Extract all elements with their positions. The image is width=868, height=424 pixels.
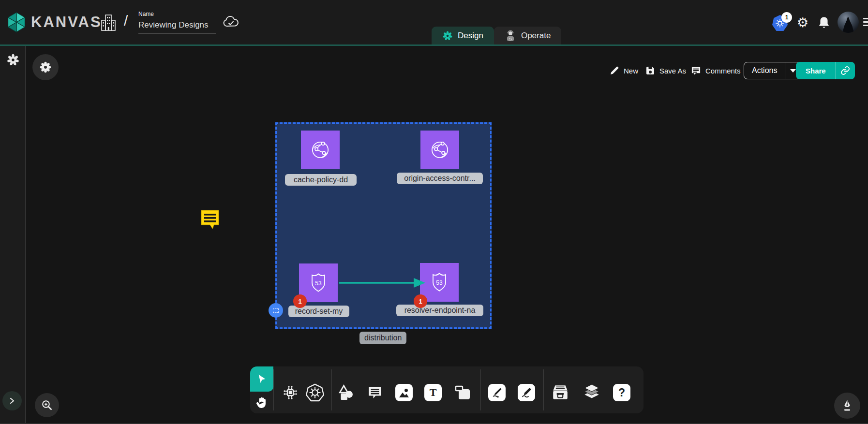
archive-tool-button[interactable]: [551, 382, 570, 403]
frame-tool-button[interactable]: [453, 382, 472, 403]
tab-operate[interactable]: Operate: [494, 27, 561, 44]
mode-tabs: Design Operate: [432, 27, 561, 44]
group-label-distribution[interactable]: distribution: [359, 332, 406, 344]
brand-title: KANVAS: [31, 14, 102, 31]
kubernetes-tool-button[interactable]: [305, 382, 325, 403]
help-tool-button[interactable]: ?: [612, 382, 631, 403]
group-resize-handle[interactable]: [269, 303, 283, 318]
circuit-icon: [282, 384, 299, 401]
share-split-button[interactable]: Share: [796, 62, 855, 79]
new-button-label: New: [624, 67, 638, 75]
breadcrumb-separator: /: [124, 13, 128, 29]
node-resolver-endpoint[interactable]: 53: [420, 263, 459, 302]
pen-path-tool-button[interactable]: [487, 382, 507, 403]
node-label-cache-policy[interactable]: cache-policy-dd: [285, 174, 357, 186]
components-tool-button[interactable]: [281, 382, 300, 403]
left-sidebar: [0, 46, 26, 424]
pen-path-icon: [488, 384, 506, 401]
pen-tool-button[interactable]: [834, 393, 860, 419]
shapes-icon: [337, 384, 355, 401]
design-pinwheel-icon: [442, 30, 453, 41]
new-button[interactable]: New: [610, 62, 638, 79]
hand-icon: [255, 396, 268, 409]
zoom-in-icon: [41, 399, 53, 411]
layers-icon: [583, 384, 601, 401]
operator-person-icon: [505, 30, 516, 42]
text-tool-button[interactable]: T: [423, 382, 443, 403]
comments-button-label: Comments: [705, 67, 741, 75]
kanvas-logo-icon[interactable]: [6, 12, 27, 33]
node-issue-badge[interactable]: 1: [293, 294, 307, 308]
edge-arrow[interactable]: [339, 277, 425, 289]
comment-icon: [691, 66, 701, 76]
image-icon: [395, 384, 413, 401]
cursor-icon: [256, 374, 267, 384]
selected-group-distribution[interactable]: cache-policy-dd origin-access-contr... 5…: [275, 122, 492, 329]
route53-shield-icon: 53: [428, 271, 451, 294]
layers-tool-button[interactable]: [582, 382, 601, 403]
save-as-button[interactable]: Save As: [645, 62, 686, 79]
pencil-draw-icon: [518, 384, 535, 401]
globe-network-icon: [428, 138, 452, 162]
k8s-context-count-badge: 1: [781, 12, 792, 23]
share-button-label[interactable]: Share: [796, 67, 836, 75]
notifications-bell-icon[interactable]: [818, 16, 830, 29]
drawer-icon: [551, 384, 569, 401]
actions-button-label[interactable]: Actions: [744, 66, 785, 75]
floppy-save-icon: [645, 66, 655, 75]
route53-shield-icon: 53: [307, 271, 330, 294]
pen-nib-icon: [840, 399, 854, 412]
tab-operate-label: Operate: [521, 31, 551, 41]
building-icon[interactable]: [100, 14, 117, 32]
image-tool-button[interactable]: [394, 382, 414, 403]
help-icon: ?: [618, 386, 625, 399]
chevron-down-icon: [790, 69, 796, 73]
svg-text:53: 53: [315, 280, 322, 287]
sidebar-expand-button[interactable]: [2, 391, 22, 410]
kubernetes-wheel-icon: [305, 382, 325, 403]
copy-link-button[interactable]: [836, 62, 855, 79]
sticky-note-icon: [454, 384, 471, 401]
svg-text:53: 53: [436, 279, 443, 286]
comment-icon: [367, 384, 383, 401]
app-header: KANVAS / Name: [0, 0, 868, 46]
chevron-right-icon: [9, 397, 15, 404]
cloud-check-icon: [223, 15, 239, 29]
pan-tool-button[interactable]: [250, 394, 273, 412]
comment-tool-button[interactable]: [365, 382, 385, 403]
shapes-tool-button[interactable]: [336, 382, 356, 403]
node-cache-policy[interactable]: [301, 131, 340, 169]
design-name-field: Name: [138, 11, 216, 33]
node-issue-badge[interactable]: 1: [414, 294, 427, 308]
canvas-action-bar: New Save As Comments Actions Share: [0, 62, 868, 81]
tab-design[interactable]: Design: [432, 27, 494, 44]
tab-design-label: Design: [458, 31, 483, 41]
save-as-button-label: Save As: [659, 67, 686, 75]
node-label-resolver-endpoint[interactable]: resolver-endpoint-na: [396, 305, 483, 316]
globe-network-icon: [308, 138, 332, 162]
pencil-tool-button[interactable]: [517, 382, 536, 403]
zoom-in-button[interactable]: [35, 393, 59, 417]
select-tool-button[interactable]: [250, 366, 273, 392]
settings-gear-icon[interactable]: ⚙: [796, 15, 809, 30]
node-origin-access[interactable]: [420, 131, 459, 169]
text-icon: T: [430, 386, 437, 399]
name-field-label: Name: [138, 11, 216, 17]
pencil-icon: [610, 66, 619, 75]
node-label-origin-access[interactable]: origin-access-contr...: [397, 173, 483, 184]
dashed-rect-icon: [273, 308, 279, 313]
comment-marker-icon[interactable]: [199, 208, 221, 231]
design-name-input[interactable]: [138, 19, 216, 33]
bottom-toolbar: T: [250, 366, 644, 413]
menu-icon[interactable]: [863, 16, 868, 29]
comments-button[interactable]: Comments: [691, 62, 741, 79]
link-icon: [840, 66, 850, 75]
actions-split-button[interactable]: Actions: [744, 62, 801, 79]
user-avatar[interactable]: [838, 12, 859, 33]
